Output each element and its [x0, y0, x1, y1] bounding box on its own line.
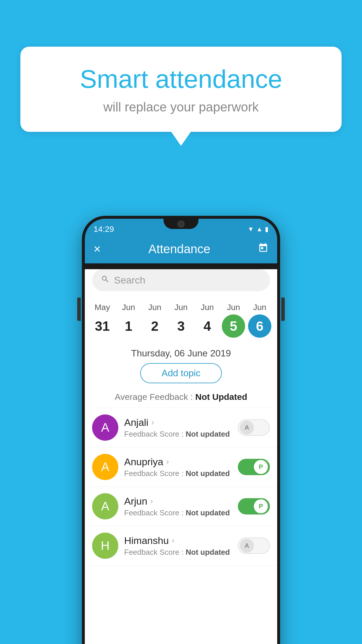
- chevron-right-icon: ›: [150, 496, 153, 506]
- battery-icon: ▮: [265, 225, 268, 233]
- attendance-toggle[interactable]: P: [238, 459, 270, 475]
- calendar-day-3[interactable]: Jun3: [168, 300, 194, 341]
- toggle-thumb: A: [240, 421, 254, 435]
- student-name: Arjun ›: [124, 496, 232, 507]
- toggle-thumb: P: [254, 460, 268, 474]
- calendar-day-1[interactable]: Jun1: [115, 300, 142, 341]
- speech-bubble: Smart attendance will replace your paper…: [20, 47, 342, 132]
- phone-camera: [178, 220, 184, 228]
- chevron-right-icon: ›: [151, 418, 154, 427]
- app-bar: × Attendance: [85, 236, 277, 263]
- phone-notch: [164, 219, 198, 229]
- search-icon: [101, 275, 110, 286]
- student-info: Anupriya ›Feedback Score : Not updated: [124, 456, 232, 478]
- status-icons: ▼ ▲ ▮: [247, 225, 268, 233]
- volume-button-left: [77, 298, 81, 321]
- student-feedback: Feedback Score : Not updated: [124, 548, 232, 557]
- student-row[interactable]: HHimanshu ›Feedback Score : Not updatedA: [85, 526, 277, 566]
- calendar-date-number: 5: [222, 314, 245, 338]
- calendar-day-6[interactable]: Jun6: [247, 300, 273, 341]
- bubble-subtitle: will replace your paperwork: [44, 100, 318, 114]
- student-feedback: Feedback Score : Not updated: [124, 430, 232, 439]
- close-button[interactable]: ×: [94, 242, 101, 256]
- date-header: Thursday, 06 June 2019: [85, 341, 277, 363]
- toggle-switch[interactable]: A: [238, 538, 270, 554]
- student-name: Himanshu ›: [124, 535, 232, 546]
- toggle-switch[interactable]: P: [238, 498, 270, 514]
- calendar-date-number: 3: [169, 314, 193, 338]
- attendance-toggle[interactable]: P: [238, 498, 270, 514]
- calendar-day-5[interactable]: Jun5: [220, 300, 247, 341]
- chevron-right-icon: ›: [172, 536, 174, 545]
- calendar-date-number: 31: [91, 314, 114, 338]
- calendar-day-31[interactable]: May31: [89, 300, 115, 341]
- avg-feedback-label: Average Feedback :: [115, 392, 193, 402]
- avg-feedback-value: Not Updated: [195, 392, 247, 402]
- calendar-date-number: 6: [248, 314, 271, 338]
- phone-frame: 14:29 ▼ ▲ ▮ × Attendance: [82, 216, 280, 644]
- calendar-date-number: 4: [196, 314, 219, 338]
- calendar-month-label: Jun: [148, 303, 161, 312]
- wifi-icon: ▼: [247, 225, 254, 233]
- speech-bubble-tail: [171, 131, 191, 146]
- student-name: Anupriya ›: [124, 456, 232, 468]
- calendar-icon[interactable]: [258, 243, 268, 256]
- search-placeholder: Search: [114, 274, 145, 286]
- calendar-strip: May31Jun1Jun2Jun3Jun4Jun5Jun6: [85, 297, 277, 341]
- calendar-month-label: Jun: [201, 303, 214, 312]
- toggle-thumb: A: [240, 539, 254, 553]
- calendar-date-number: 2: [143, 314, 166, 338]
- toggle-switch[interactable]: A: [238, 419, 270, 436]
- screen-content: Search May31Jun1Jun2Jun3Jun4Jun5Jun6 Thu…: [85, 269, 277, 644]
- student-avatar: A: [92, 454, 118, 480]
- toggle-thumb: P: [254, 499, 268, 513]
- volume-button-right: [281, 298, 285, 321]
- student-info: Arjun ›Feedback Score : Not updated: [124, 496, 232, 517]
- status-time: 14:29: [94, 225, 114, 234]
- student-feedback: Feedback Score : Not updated: [124, 508, 232, 517]
- calendar-month-label: Jun: [122, 303, 135, 312]
- phone-container: 14:29 ▼ ▲ ▮ × Attendance: [82, 216, 280, 644]
- add-topic-button[interactable]: Add topic: [140, 363, 222, 383]
- student-avatar: A: [92, 493, 118, 519]
- student-info: Anjali ›Feedback Score : Not updated: [124, 417, 232, 439]
- app-bar-title: Attendance: [148, 242, 210, 256]
- student-feedback: Feedback Score : Not updated: [124, 469, 232, 478]
- attendance-toggle[interactable]: A: [238, 538, 270, 554]
- calendar-month-label: Jun: [174, 303, 187, 312]
- student-avatar: H: [92, 533, 118, 559]
- speech-bubble-container: Smart attendance will replace your paper…: [20, 47, 342, 146]
- student-name: Anjali ›: [124, 417, 232, 428]
- toggle-switch[interactable]: P: [238, 459, 270, 475]
- calendar-month-label: May: [95, 303, 110, 312]
- average-feedback: Average Feedback : Not Updated: [85, 389, 277, 408]
- student-info: Himanshu ›Feedback Score : Not updated: [124, 535, 232, 557]
- calendar-day-4[interactable]: Jun4: [194, 300, 220, 341]
- phone-screen: 14:29 ▼ ▲ ▮ × Attendance: [85, 219, 277, 644]
- chevron-right-icon: ›: [166, 457, 169, 466]
- student-row[interactable]: AArjun ›Feedback Score : Not updatedP: [85, 487, 277, 526]
- calendar-day-2[interactable]: Jun2: [142, 300, 168, 341]
- student-row[interactable]: AAnjali ›Feedback Score : Not updatedA: [85, 408, 277, 447]
- student-row[interactable]: AAnupriya ›Feedback Score : Not updatedP: [85, 447, 277, 487]
- search-bar[interactable]: Search: [92, 269, 270, 291]
- student-avatar: A: [92, 414, 118, 441]
- attendance-toggle[interactable]: A: [238, 419, 270, 436]
- student-list: AAnjali ›Feedback Score : Not updatedAAA…: [85, 408, 277, 566]
- calendar-date-number: 1: [117, 314, 140, 338]
- calendar-month-label: Jun: [253, 303, 266, 312]
- signal-icon: ▲: [256, 225, 263, 233]
- bubble-title: Smart attendance: [44, 64, 318, 94]
- calendar-month-label: Jun: [227, 303, 240, 312]
